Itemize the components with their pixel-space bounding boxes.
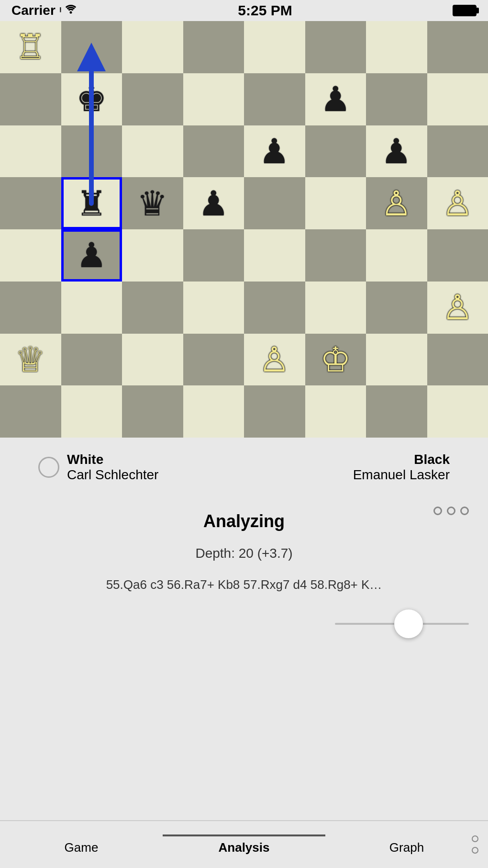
cell-d1[interactable] (183, 385, 244, 438)
cell-e4[interactable] (244, 229, 305, 282)
player-white: White Carl Schlechter (38, 452, 158, 483)
cell-c3[interactable] (122, 282, 183, 334)
cell-c6[interactable] (122, 125, 183, 178)
cell-a6[interactable] (0, 125, 61, 178)
cell-g3[interactable] (366, 282, 427, 334)
cell-c2[interactable] (122, 334, 183, 386)
white-color-label: White (67, 452, 158, 467)
cell-b4[interactable]: ♟ (61, 229, 122, 282)
depth-text: Depth: 20 (+3.7) (19, 546, 469, 561)
analyzing-title: Analyzing (19, 511, 469, 531)
cell-h3[interactable]: ♙ (427, 282, 488, 334)
tab-analysis[interactable]: Analysis (163, 821, 325, 868)
cell-g5[interactable]: ♙ (366, 177, 427, 229)
cell-h6[interactable] (427, 125, 488, 178)
cell-b5[interactable]: ♜ (61, 177, 122, 229)
cell-d5[interactable]: ♟ (183, 177, 244, 229)
cell-h7[interactable] (427, 73, 488, 125)
cell-a2[interactable]: ♕ (0, 334, 61, 386)
cell-e8[interactable] (244, 21, 305, 73)
cell-f7[interactable]: ♟ (305, 73, 366, 125)
cell-a1[interactable] (0, 385, 61, 438)
carrier-text: Carrier (11, 3, 55, 18)
cell-f8[interactable] (305, 21, 366, 73)
cell-b7[interactable]: ♚ (61, 73, 122, 125)
cell-g4[interactable] (366, 229, 427, 282)
piece-black-c5: ♛ (137, 186, 168, 221)
cell-d2[interactable] (183, 334, 244, 386)
piece-black-d5: ♟ (198, 186, 229, 221)
cell-a3[interactable] (0, 282, 61, 334)
menu-dot-2[interactable] (447, 507, 455, 515)
piece-white-a8: ♖ (15, 30, 46, 64)
cell-g2[interactable] (366, 334, 427, 386)
cell-a4[interactable] (0, 229, 61, 282)
cell-b3[interactable] (61, 282, 122, 334)
piece-black-b4: ♟ (76, 238, 107, 272)
cell-h4[interactable] (427, 229, 488, 282)
piece-white-a2: ♕ (15, 342, 46, 377)
cell-d8[interactable] (183, 21, 244, 73)
menu-dot-3[interactable] (460, 507, 469, 515)
cell-c7[interactable] (122, 73, 183, 125)
slider-thumb[interactable] (394, 609, 423, 638)
cell-b6[interactable] (61, 125, 122, 178)
moves-text: 55.Qa6 c3 56.Ra7+ Kb8 57.Rxg7 d4 58.Rg8+… (19, 575, 469, 594)
cell-g1[interactable] (366, 385, 427, 438)
slider-track[interactable] (335, 623, 469, 625)
player-black: Black Emanuel Lasker (353, 452, 450, 483)
cell-g7[interactable] (366, 73, 427, 125)
cell-b2[interactable] (61, 334, 122, 386)
cell-h2[interactable] (427, 334, 488, 386)
cell-e7[interactable] (244, 73, 305, 125)
cell-h5[interactable]: ♙ (427, 177, 488, 229)
cell-e5[interactable] (244, 177, 305, 229)
tab-graph[interactable]: Graph (325, 821, 488, 868)
cell-c5[interactable]: ♛ (122, 177, 183, 229)
cell-f2[interactable]: ♔ (305, 334, 366, 386)
cell-f6[interactable] (305, 125, 366, 178)
white-player-circle (38, 457, 59, 478)
cell-d6[interactable] (183, 125, 244, 178)
cell-e1[interactable] (244, 385, 305, 438)
tab-right-icons (472, 835, 478, 854)
cell-d3[interactable] (183, 282, 244, 334)
tab-small-dot-2 (472, 847, 478, 854)
dots-menu[interactable] (433, 507, 469, 515)
piece-white-h3: ♙ (442, 290, 473, 325)
cell-e6[interactable]: ♟ (244, 125, 305, 178)
cell-f5[interactable] (305, 177, 366, 229)
piece-white-h5: ♙ (442, 186, 473, 221)
cell-h8[interactable] (427, 21, 488, 73)
cell-e2[interactable]: ♙ (244, 334, 305, 386)
tab-game[interactable]: Game (0, 821, 163, 868)
cell-b8[interactable] (61, 21, 122, 73)
cell-c4[interactable] (122, 229, 183, 282)
cell-d4[interactable] (183, 229, 244, 282)
cell-g8[interactable] (366, 21, 427, 73)
cell-b1[interactable] (61, 385, 122, 438)
cell-f4[interactable] (305, 229, 366, 282)
slider-container[interactable] (0, 623, 488, 639)
cell-f1[interactable] (305, 385, 366, 438)
cell-a5[interactable] (0, 177, 61, 229)
menu-dot-1[interactable] (433, 507, 442, 515)
cell-d7[interactable] (183, 73, 244, 125)
tab-graph-label: Graph (389, 840, 424, 855)
cell-c8[interactable] (122, 21, 183, 73)
white-player-name: Carl Schlechter (67, 467, 158, 483)
cell-e3[interactable] (244, 282, 305, 334)
cell-c1[interactable] (122, 385, 183, 438)
carrier-label: Carrier ᵎ (11, 3, 78, 18)
cell-h1[interactable] (427, 385, 488, 438)
cell-a8[interactable]: ♖ (0, 21, 61, 73)
tab-game-indicator (0, 834, 163, 836)
status-bar: Carrier ᵎ 5:25 PM (0, 0, 488, 21)
piece-white-e2: ♙ (259, 342, 290, 377)
cell-a7[interactable] (0, 73, 61, 125)
piece-black-b7: ♚ (76, 82, 107, 116)
tab-game-label: Game (65, 840, 99, 855)
cell-g6[interactable]: ♟ (366, 125, 427, 178)
chess-board-container: ♖♚♟♟♟♜♛♟♙♙♟♙♕♙♔ (0, 21, 488, 438)
cell-f3[interactable] (305, 282, 366, 334)
